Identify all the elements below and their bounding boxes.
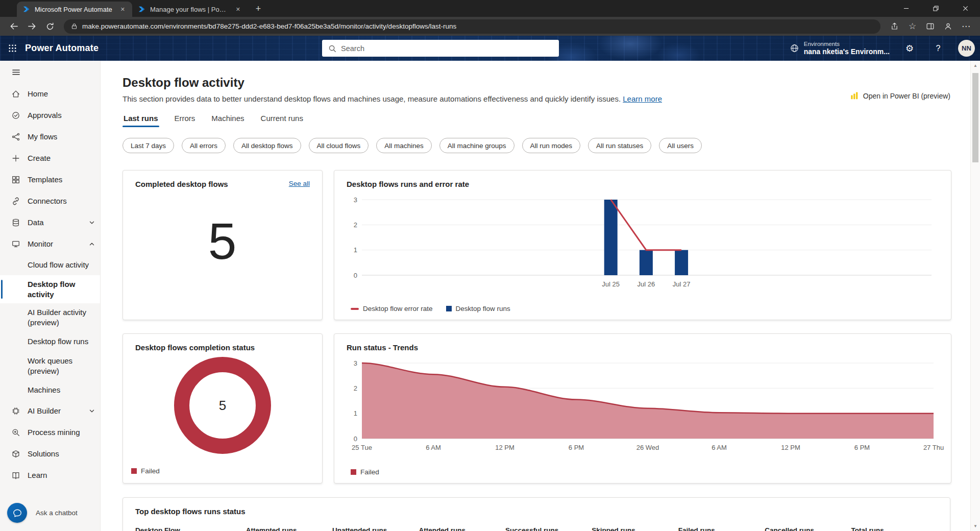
new-tab-button[interactable]: + xyxy=(251,2,266,16)
sidebar-item-home[interactable]: Home xyxy=(0,83,100,105)
sidebar-item-label: AI Builder xyxy=(28,406,82,416)
sidebar-item-desktop-flow-runs[interactable]: Desktop flow runs xyxy=(0,331,100,352)
svg-text:2: 2 xyxy=(354,384,357,392)
see-all-link[interactable]: See all xyxy=(289,180,310,187)
help-icon[interactable]: ? xyxy=(929,40,947,57)
main-content: Desktop flow activity This section provi… xyxy=(101,61,970,531)
svg-text:1: 1 xyxy=(354,246,357,254)
filter-all-machines[interactable]: All machines xyxy=(376,138,432,153)
table-column-cancelled-runs: Cancelled runs xyxy=(765,526,851,531)
chatbot-label: Ask a chatbot xyxy=(36,509,78,517)
sidebar-item-create[interactable]: Create xyxy=(0,148,100,169)
search-input[interactable] xyxy=(341,44,553,53)
sidebar-item-label: Cloud flow activity xyxy=(28,260,89,270)
scrollbar[interactable]: ▲ ▼ xyxy=(970,61,980,531)
hamburger-icon[interactable] xyxy=(0,61,100,83)
tab-errors[interactable]: Errors xyxy=(174,112,197,127)
close-window-icon[interactable] xyxy=(950,0,980,17)
search-box[interactable] xyxy=(322,40,559,57)
sidebar-item-machines[interactable]: Machines xyxy=(0,380,100,400)
table-column-skipped-runs: Skipped runs xyxy=(592,526,678,531)
sidebar-item-process-mining[interactable]: Process mining xyxy=(0,422,100,443)
sidebar-item-ai-builder-activity-preview[interactable]: AI Builder activity (preview) xyxy=(0,303,100,331)
chatbot-button[interactable]: Ask a chatbot xyxy=(0,498,100,531)
run-status-trends-chart: 012325 Tue6 AM12 PM6 PM26 Wed6 AM12 PM6 … xyxy=(347,357,939,455)
browser-tab[interactable]: Microsoft Power Automate✕ xyxy=(17,2,132,17)
browser-tab[interactable]: Manage your flows | Power Auto✕ xyxy=(132,2,248,17)
sidebar-item-monitor[interactable]: Monitor xyxy=(0,233,100,255)
page-description-text: This section provides data to better und… xyxy=(122,94,621,103)
url-bar[interactable]: make.powerautomate.com/environments/bd78… xyxy=(64,19,880,34)
more-icon[interactable]: ⋯ xyxy=(958,19,974,34)
tab-last-runs[interactable]: Last runs xyxy=(122,112,159,127)
legend-swatch xyxy=(131,468,137,474)
sidebar-item-data[interactable]: Data xyxy=(0,212,100,233)
filter-all-machine-groups[interactable]: All machine groups xyxy=(439,138,514,153)
favorites-star-icon[interactable]: ☆ xyxy=(904,19,920,34)
browser-tab-strip: Microsoft Power Automate✕Manage your flo… xyxy=(0,0,980,17)
minimize-icon[interactable] xyxy=(891,0,921,17)
avatar[interactable]: NN xyxy=(958,40,975,57)
browser-profile-icon[interactable] xyxy=(940,19,956,34)
sidebar: HomeApprovalsMy flowsCreateTemplatesConn… xyxy=(0,61,101,531)
environment-picker[interactable]: Environments nana nketia's Environm... xyxy=(790,41,890,56)
sidebar-item-learn[interactable]: Learn xyxy=(0,465,100,486)
learn-more-link[interactable]: Learn more xyxy=(623,94,662,103)
sidebar-item-connectors[interactable]: Connectors xyxy=(0,190,100,212)
sidebar-item-work-queues-preview[interactable]: Work queues (preview) xyxy=(0,352,100,380)
close-icon[interactable]: ✕ xyxy=(234,5,242,14)
sidebar-item-cloud-flow-activity[interactable]: Cloud flow activity xyxy=(0,255,100,275)
waffle-icon[interactable] xyxy=(0,36,25,61)
scrollbar-thumb[interactable] xyxy=(972,73,978,162)
sidebar-item-desktop-flow-activity[interactable]: Desktop flow activity xyxy=(0,275,100,303)
sidebar-item-label: Data xyxy=(28,218,82,228)
scroll-up-icon[interactable]: ▲ xyxy=(971,63,980,68)
chevron-down-icon xyxy=(89,408,95,414)
connectors-icon xyxy=(11,197,20,206)
scroll-down-icon[interactable]: ▼ xyxy=(971,524,980,528)
sidebar-item-my-flows[interactable]: My flows xyxy=(0,126,100,148)
approvals-icon xyxy=(11,111,20,120)
header-right: Environments nana nketia's Environm... ⚙… xyxy=(790,36,975,61)
app-header: Power Automate Environments nana nketia'… xyxy=(0,36,980,61)
tab-machines[interactable]: Machines xyxy=(210,112,245,127)
settings-gear-icon[interactable]: ⚙ xyxy=(901,40,918,57)
sidebar-item-ai-builder[interactable]: AI Builder xyxy=(0,400,100,422)
svg-text:6 AM: 6 AM xyxy=(712,444,727,451)
filters-row: Last 7 daysAll errorsAll desktop flowsAl… xyxy=(122,138,950,153)
tab-current-runs[interactable]: Current runs xyxy=(260,112,304,127)
close-icon[interactable]: ✕ xyxy=(118,5,127,14)
solutions-icon xyxy=(11,449,20,458)
home-icon xyxy=(11,89,20,99)
process-mining-icon xyxy=(11,428,20,437)
sidebar-item-templates[interactable]: Templates xyxy=(0,169,100,190)
filter-all-desktop-flows[interactable]: All desktop flows xyxy=(233,138,301,153)
svg-text:3: 3 xyxy=(354,359,357,367)
svg-text:0: 0 xyxy=(354,272,357,279)
svg-text:6 PM: 6 PM xyxy=(569,444,584,451)
split-screen-icon[interactable] xyxy=(922,19,938,34)
svg-text:Jul 25: Jul 25 xyxy=(602,280,620,288)
filter-all-users[interactable]: All users xyxy=(659,138,702,153)
legend-swatch xyxy=(351,469,356,475)
share-icon[interactable] xyxy=(887,19,902,34)
sidebar-item-solutions[interactable]: Solutions xyxy=(0,443,100,465)
app-title[interactable]: Power Automate xyxy=(25,43,99,54)
filter-last-7-days[interactable]: Last 7 days xyxy=(122,138,174,153)
filter-all-cloud-flows[interactable]: All cloud flows xyxy=(309,138,369,153)
forward-icon[interactable] xyxy=(24,19,40,34)
data-icon xyxy=(11,218,20,227)
filter-all-errors[interactable]: All errors xyxy=(182,138,226,153)
environment-name: nana nketia's Environm... xyxy=(804,47,890,56)
svg-text:25 Tue: 25 Tue xyxy=(352,444,372,451)
refresh-icon[interactable] xyxy=(42,19,58,34)
maximize-icon[interactable] xyxy=(921,0,950,17)
open-in-power-bi-link[interactable]: Open in Power BI (preview) xyxy=(850,91,950,100)
sidebar-item-approvals[interactable]: Approvals xyxy=(0,105,100,126)
completion-status-donut: 5 xyxy=(174,357,271,454)
filter-all-run-statuses[interactable]: All run statuses xyxy=(588,138,651,153)
back-icon[interactable] xyxy=(6,19,22,34)
filter-all-run-modes[interactable]: All run modes xyxy=(522,138,581,153)
learn-icon xyxy=(11,471,20,480)
my-flows-icon xyxy=(11,132,20,141)
